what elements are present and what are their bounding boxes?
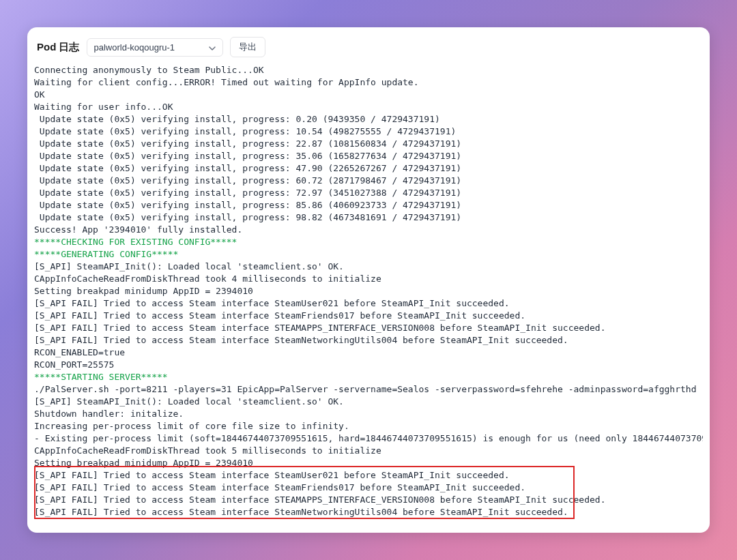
log-line: Update state (0x5) verifying install, pr… — [34, 126, 703, 138]
pod-select-value: palworld-koqougru-1 — [94, 42, 175, 53]
log-line: [S_API FAIL] Tried to access Steam inter… — [34, 482, 703, 494]
log-line: *****STARTING SERVER***** — [34, 371, 703, 383]
log-line: CAppInfoCacheReadFromDiskThread took 5 m… — [34, 445, 703, 457]
log-line: Setting breakpad minidump AppID = 239401… — [34, 457, 703, 469]
log-line: Update state (0x5) verifying install, pr… — [34, 150, 703, 162]
log-line: [S_API] SteamAPI_Init(): Loaded local 's… — [34, 396, 703, 408]
log-line: Update state (0x5) verifying install, pr… — [34, 199, 703, 211]
log-line: Setting breakpad minidump AppID = 239401… — [34, 285, 703, 297]
log-output[interactable]: Connecting anonymously to Steam Public..… — [34, 64, 703, 526]
log-line: Update state (0x5) verifying install, pr… — [34, 175, 703, 187]
log-line: [S_API FAIL] Tried to access Steam inter… — [34, 297, 703, 310]
log-line: RCON_PORT=25575 — [34, 359, 703, 371]
log-line: - Existing per-process limit (soft=18446… — [34, 432, 703, 445]
log-line: ./PalServer.sh -port=8211 -players=31 Ep… — [34, 383, 703, 396]
log-line: Connecting anonymously to Steam Public..… — [34, 64, 703, 76]
log-line: Update state (0x5) verifying install, pr… — [34, 113, 703, 126]
log-line: Waiting for client config...ERROR! Timed… — [34, 76, 703, 89]
log-line: Shutdown handler: initalize. — [34, 408, 703, 420]
log-line: Waiting for user info...OK — [34, 101, 703, 113]
log-line: [S_API FAIL] Tried to access Steam inter… — [34, 469, 703, 482]
log-line: [S_API FAIL] Tried to access Steam inter… — [34, 334, 703, 347]
log-line: [S_API FAIL] Tried to access Steam inter… — [34, 310, 703, 322]
log-line: Update state (0x5) verifying install, pr… — [34, 211, 703, 224]
page-title: Pod 日志 — [37, 41, 80, 54]
log-line: OK — [34, 89, 703, 101]
log-line: CAppInfoCacheReadFromDiskThread took 4 m… — [34, 273, 703, 285]
log-line: [S_API FAIL] Tried to access Steam inter… — [34, 506, 703, 518]
log-line: Update state (0x5) verifying install, pr… — [34, 187, 703, 199]
log-header: Pod 日志 palworld-koqougru-1 导出 — [34, 37, 703, 64]
chevron-down-icon — [209, 44, 216, 50]
log-line: Success! App '2394010' fully installed. — [34, 224, 703, 236]
log-line: *****CHECKING FOR EXISTING CONFIG***** — [34, 236, 703, 248]
export-button[interactable]: 导出 — [230, 37, 265, 57]
log-line: [S_API FAIL] Tried to access Steam inter… — [34, 494, 703, 506]
log-line: Increasing per-process limit of core fil… — [34, 420, 703, 432]
pod-select[interactable]: palworld-koqougru-1 — [87, 38, 223, 57]
log-line: Update state (0x5) verifying install, pr… — [34, 138, 703, 150]
log-line: [S_API] SteamAPI_Init(): Loaded local 's… — [34, 261, 703, 273]
log-line: [S_API FAIL] Tried to access Steam inter… — [34, 322, 703, 334]
log-line: RCON_ENABLED=true — [34, 347, 703, 359]
log-line: Update state (0x5) verifying install, pr… — [34, 162, 703, 175]
log-line: *****GENERATING CONFIG***** — [34, 248, 703, 261]
log-card: Pod 日志 palworld-koqougru-1 导出 Connecting… — [27, 27, 710, 533]
